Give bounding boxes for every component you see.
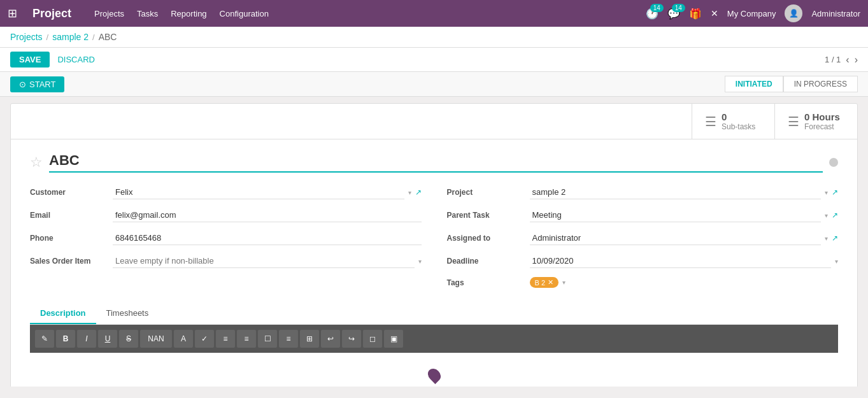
pagination-text: 1 / 1 [825,55,841,64]
parent-task-dropdown[interactable]: ▾ [825,212,828,219]
hours-icon: ☰ [788,114,799,129]
project-external-link[interactable]: ↗ [832,188,838,197]
start-circle-icon: ⊙ [19,80,26,89]
toolbar-strikethrough[interactable]: S [119,330,138,348]
assigned-to-input[interactable] [530,231,822,245]
sales-order-dropdown[interactable]: ▾ [418,258,422,265]
tabs-row: Description Timesheets [30,303,838,325]
start-label: START [29,80,55,89]
editor-toolbar: ✎ B I U S NAN A ✓ ≡ ≡ ☐ ≡ ⊞ ↩ ↪ ◻ ▣ [30,325,838,353]
nav-links: Projects Tasks Reporting Configuration [94,9,633,18]
nav-projects[interactable]: Projects [94,9,124,18]
toolbar-redo[interactable]: ↪ [342,330,361,348]
deadline-dropdown[interactable]: ▾ [835,258,838,265]
assigned-to-label: Assigned to [447,234,530,243]
task-title-input[interactable] [49,152,823,173]
hours-count: 0 Hours [804,111,840,122]
stage-in-progress[interactable]: IN PROGRESS [783,76,858,92]
subtasks-label: Sub-tasks [722,122,755,131]
clock-icon-wrapper[interactable]: 🕐 14 [646,8,658,20]
toolbar-list-bullet[interactable]: ≡ [216,330,235,348]
hours-stat[interactable]: ☰ 0 Hours Forecast [774,104,857,139]
pagination-prev[interactable]: ‹ [846,54,849,66]
toolbar-table[interactable]: ⊞ [300,330,319,348]
breadcrumb-projects[interactable]: Projects [10,32,43,42]
app-grid-icon[interactable]: ⊞ [8,6,17,20]
parent-task-input[interactable] [530,208,822,222]
pagination-next[interactable]: › [855,54,858,66]
hours-label: Forecast [804,122,840,131]
top-navigation: ⊞ Project Projects Tasks Reporting Confi… [0,0,868,27]
assigned-to-external-link[interactable]: ↗ [832,234,838,243]
toolbar-nan[interactable]: NAN [140,330,172,348]
toolbar-pencil[interactable]: ✎ [35,330,54,348]
assigned-to-value: ▾ ↗ [530,231,839,245]
parent-task-external-link[interactable]: ↗ [832,211,838,220]
toolbar-bold[interactable]: B [56,330,75,348]
customer-dropdown[interactable]: ▾ [408,189,411,196]
main-content: ☰ 0 Sub-tasks ☰ 0 Hours Forecast ☆ [0,97,868,387]
avatar[interactable]: 👤 [785,4,802,22]
toolbar-check[interactable]: ✓ [195,330,214,348]
tags-row: Tags B 2 ✕ ▾ [447,277,839,288]
save-button[interactable]: SAVE [10,52,50,68]
assigned-to-dropdown[interactable]: ▾ [825,235,828,242]
chat-icon-wrapper[interactable]: 💬 14 [667,8,680,20]
tags-dropdown[interactable]: ▾ [562,279,566,286]
toolbar-indent[interactable]: ≡ [279,330,298,348]
toolbar-underline[interactable]: U [98,330,117,348]
parent-task-label: Parent Task [447,211,530,220]
subtasks-stat[interactable]: ☰ 0 Sub-tasks [692,104,774,139]
nav-configuration[interactable]: Configuration [220,9,269,18]
customer-row: Customer ▾ ↗ [30,185,422,199]
sales-order-input[interactable] [113,254,415,268]
breadcrumb-sep2: / [92,32,95,42]
customer-input[interactable] [113,185,404,199]
deadline-input[interactable] [530,254,832,268]
nav-right: 🕐 14 💬 14 🎁 ✕ My Company 👤 Administrator [646,4,860,22]
editor-cursor [425,366,443,384]
status-dot [829,158,838,167]
nav-reporting[interactable]: Reporting [171,9,206,18]
toolbar-font-color[interactable]: A [174,330,193,348]
toolbar-checkbox[interactable]: ☐ [258,330,277,348]
nav-tasks[interactable]: Tasks [137,9,158,18]
tab-description[interactable]: Description [30,303,96,324]
toolbar-video[interactable]: ▣ [384,330,403,348]
deadline-label: Deadline [447,257,530,266]
project-input[interactable] [530,185,822,199]
project-dropdown[interactable]: ▾ [825,189,828,196]
toolbar-image[interactable]: ◻ [363,330,382,348]
toolbar-undo[interactable]: ↩ [321,330,340,348]
breadcrumb-sample2[interactable]: sample 2 [52,32,89,42]
tags-value: B 2 ✕ ▾ [530,277,839,288]
star-icon[interactable]: ☆ [30,154,43,171]
gift-icon[interactable]: 🎁 [689,8,702,20]
sales-order-value: ▾ [113,254,422,268]
customer-external-link[interactable]: ↗ [415,188,422,197]
chat-badge: 14 [672,4,685,12]
tag-b2-remove[interactable]: ✕ [548,278,553,287]
toolbar-list-numbered[interactable]: ≡ [237,330,256,348]
stage-initiated[interactable]: INITIATED [725,76,783,92]
start-button[interactable]: ⊙ START [10,76,64,92]
tool-icon[interactable]: ✕ [711,8,718,18]
form-col-left: Customer ▾ ↗ Email Pho [30,185,422,297]
sales-order-row: Sales Order Item ▾ [30,254,422,268]
email-input[interactable] [113,208,422,222]
sales-order-label: Sales Order Item [30,257,113,266]
toolbar-italic[interactable]: I [77,330,96,348]
phone-row: Phone [30,231,422,245]
phone-input[interactable] [113,231,422,245]
editor-content[interactable] [30,353,838,387]
discard-button[interactable]: DISCARD [57,55,95,64]
tag-b2: B 2 ✕ [530,277,559,288]
assigned-to-row: Assigned to ▾ ↗ [447,231,839,245]
project-row: Project ▾ ↗ [447,185,839,199]
project-value: ▾ ↗ [530,185,839,199]
action-bar: SAVE DISCARD 1 / 1 ‹ › [0,48,868,72]
project-label: Project [447,188,530,197]
status-stages: INITIATED IN PROGRESS [725,76,858,92]
tab-timesheets[interactable]: Timesheets [96,303,159,324]
task-card: ☰ 0 Sub-tasks ☰ 0 Hours Forecast ☆ [10,103,858,387]
